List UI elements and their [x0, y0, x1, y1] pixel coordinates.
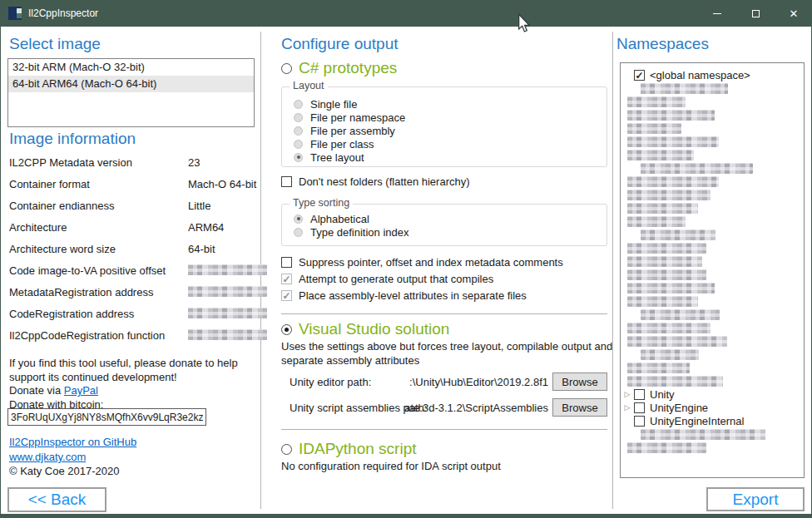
csharp-prototypes-radio[interactable]: C# prototypes [281, 59, 397, 77]
csharp-prototypes-label: C# prototypes [299, 59, 397, 77]
namespace-row[interactable] [621, 148, 804, 161]
paypal-link[interactable]: PayPal [64, 384, 98, 397]
radio-icon [294, 215, 303, 224]
layout-groupbox: Layout Single fileFile per namespaceFile… [281, 86, 607, 167]
namespace-row[interactable] [621, 161, 804, 175]
namespace-checkbox[interactable] [634, 416, 645, 427]
namespace-row[interactable] [621, 95, 804, 108]
info-label: Architecture word size [9, 243, 116, 255]
unity-script-browse-button[interactable]: Browse [552, 398, 607, 417]
namespace-row[interactable] [621, 321, 804, 334]
namespace-row[interactable] [621, 228, 804, 241]
expander-icon[interactable]: ▷ [621, 387, 634, 401]
radio-option[interactable]: File per namespace [294, 111, 607, 124]
flatten-checkbox-option[interactable]: Don't nest folders (flatten hierarchy) [281, 173, 470, 190]
radio-option-label: Tree layout [310, 151, 364, 164]
namespace-checkbox[interactable] [634, 389, 645, 400]
radio-icon [281, 444, 292, 455]
maximize-button[interactable] [736, 0, 775, 27]
unity-editor-path-label: Unity editor path: [290, 376, 371, 388]
namespace-row[interactable] [621, 374, 804, 387]
radio-option-label: Type definition index [310, 226, 409, 239]
maximize-icon [752, 10, 760, 17]
info-row: ArchitectureARM64 [9, 217, 259, 239]
namespace-row[interactable] [621, 268, 804, 281]
checkbox-option[interactable]: ✓Attempt to generate output that compile… [281, 270, 563, 287]
namespace-row[interactable] [621, 334, 804, 348]
radio-option[interactable]: File per class [294, 137, 607, 150]
image-list-item[interactable]: 64-bit ARM64 (Mach-O 64-bit) [8, 76, 254, 92]
namespace-row[interactable]: ▷Unity [621, 387, 804, 401]
checkbox-option[interactable]: ✓Place assembly-level attributes in sepa… [281, 287, 563, 303]
idapython-radio[interactable]: IDAPython script [281, 440, 417, 458]
redacted-item [627, 150, 694, 160]
unity-script-path-value[interactable]: ate.3d-3.1.2\ScriptAssemblies [392, 402, 548, 414]
info-row: CodeRegistration address [9, 303, 259, 325]
minimize-button[interactable] [698, 0, 736, 27]
configure-output-heading: Configure output [281, 35, 399, 53]
type-sorting-group-label: Type sorting [290, 197, 353, 209]
redacted-item [627, 203, 698, 214]
back-button[interactable]: << Back [7, 487, 106, 512]
flatten-label: Don't nest folders (flatten hierarchy) [299, 175, 470, 188]
namespace-row[interactable] [621, 201, 804, 215]
namespace-row[interactable] [621, 241, 804, 254]
github-link[interactable]: Il2CppInspector on GitHub [9, 436, 136, 448]
radio-icon [281, 63, 292, 74]
info-row: Architecture word size64-bit [9, 239, 259, 260]
namespace-row[interactable] [621, 81, 804, 95]
radio-option[interactable]: Type definition index [294, 225, 607, 239]
radio-option[interactable]: File per assembly [294, 124, 607, 137]
namespace-row[interactable] [621, 308, 804, 321]
export-button[interactable]: Export [706, 487, 805, 511]
namespace-row[interactable] [621, 294, 804, 308]
namespace-row[interactable]: ▷UnityEngine [621, 401, 804, 414]
namespace-row[interactable]: UnityEngineInternal [621, 414, 804, 427]
radio-icon [294, 126, 303, 136]
close-button[interactable]: ✕ [775, 0, 812, 27]
website-link[interactable]: www.djkaty.com [9, 451, 86, 463]
donate-prefix: Donate via [9, 384, 64, 397]
radio-option[interactable]: Tree layout [294, 150, 607, 164]
image-list-item[interactable]: 32-bit ARM (Mach-O 32-bit) [8, 59, 254, 76]
radio-option-label: File per assembly [310, 125, 395, 137]
namespace-row[interactable] [621, 108, 804, 121]
redacted-item [627, 110, 715, 121]
expander-icon[interactable]: ▷ [621, 401, 634, 414]
namespace-row[interactable] [621, 188, 804, 201]
redacted-value [188, 329, 267, 340]
app-window: Il2CppInspector ✕ Select image 32-bit AR… [0, 0, 812, 518]
info-row: Il2CppCodeRegistration function [9, 325, 259, 347]
namespace-row[interactable] [621, 348, 804, 361]
redacted-item [641, 229, 715, 240]
donate-paypal-line: Donate via PayPal [9, 384, 264, 398]
visual-studio-radio[interactable]: Visual Studio solution [281, 320, 449, 338]
namespace-row[interactable] [621, 254, 804, 268]
namespace-row[interactable] [621, 175, 804, 188]
image-list[interactable]: 32-bit ARM (Mach-O 32-bit)64-bit ARM64 (… [7, 58, 255, 127]
namespace-checkbox[interactable] [634, 402, 645, 413]
namespace-row[interactable] [621, 135, 804, 148]
checkbox-option[interactable]: Suppress pointer, offset and index metad… [281, 254, 563, 270]
bitcoin-address-input[interactable] [7, 408, 206, 426]
redacted-item [627, 442, 706, 453]
separator [281, 313, 607, 314]
namespace-row[interactable] [621, 121, 804, 135]
namespace-row[interactable] [621, 427, 804, 441]
window-title: Il2CppInspector [28, 7, 98, 19]
namespace-row[interactable] [621, 361, 804, 374]
namespace-row[interactable] [621, 281, 804, 294]
radio-option[interactable]: Single file [294, 97, 607, 111]
radio-option-label: File per class [310, 138, 374, 150]
radio-option[interactable]: Alphabetical [294, 212, 607, 225]
namespace-checkbox[interactable]: ✓ [634, 70, 645, 81]
namespace-row[interactable] [621, 215, 804, 228]
radio-icon [294, 140, 303, 149]
redacted-item [627, 323, 710, 333]
namespace-row[interactable]: ✓<global namespace> [621, 68, 804, 81]
unity-editor-browse-button[interactable]: Browse [552, 372, 607, 391]
unity-editor-path-value[interactable]: :\Unity\Hub\Editor\2019.2.8f1 [392, 376, 548, 388]
namespace-list[interactable]: ✓<global namespace>▷Unity▷UnityEngineUni… [620, 62, 805, 478]
namespace-row[interactable] [621, 441, 804, 454]
redacted-value [188, 286, 267, 297]
